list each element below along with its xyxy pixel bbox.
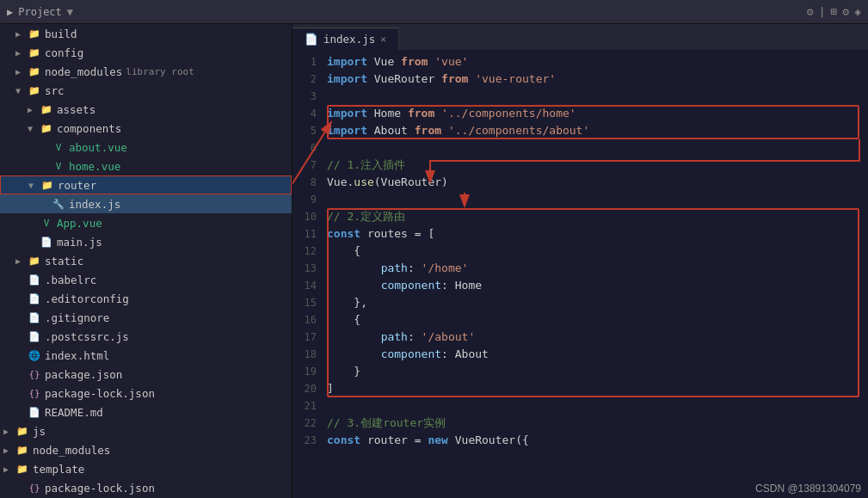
divider: |	[819, 5, 826, 18]
line-number-8: 8	[292, 174, 327, 191]
sidebar-item-static[interactable]: ▶📁static	[0, 251, 292, 270]
sidebar-item-main_js[interactable]: 📄main.js	[0, 232, 292, 251]
sidebar-item-package_json[interactable]: {}package.json	[0, 365, 292, 384]
tree-label-config: config	[45, 46, 83, 59]
tree-arrow-config: ▶	[15, 48, 28, 58]
generic-icon-readme: 📄	[28, 405, 41, 419]
sidebar-item-js[interactable]: ▶📁js	[0, 421, 292, 440]
vue-icon-home_vue: V	[52, 159, 65, 173]
tree-label-babelrc: .babelrc	[45, 274, 96, 286]
project-label: Project	[18, 6, 62, 18]
line-number-15: 15	[292, 294, 327, 311]
sidebar-item-config[interactable]: ▶📁config	[0, 43, 292, 62]
line-content-7: // 1.注入插件	[327, 157, 868, 174]
code-line-1: 1import Vue from 'vue'	[292, 53, 868, 71]
tree-arrow-assets: ▶	[28, 105, 40, 114]
sidebar-item-package_lock2[interactable]: {}package-lock.json	[0, 478, 292, 497]
tree-label-about_vue: about.vue	[69, 141, 127, 154]
sidebar-item-node_modules2[interactable]: ▶📁node_modules	[0, 440, 292, 459]
vue-icon-about_vue: V	[52, 140, 65, 154]
line-content-8: Vue.use(VueRouter)	[327, 174, 868, 191]
generic-icon-gitignore: 📄	[28, 310, 41, 324]
sidebar-item-postcssrc[interactable]: 📄.postcssrc.js	[0, 327, 292, 346]
code-line-7: 7// 1.注入插件	[292, 157, 868, 174]
sidebar-item-src[interactable]: ▼📁src	[0, 81, 292, 100]
code-line-14: 14 component: Home	[292, 277, 868, 294]
sidebar-item-babelrc[interactable]: 📄.babelrc	[0, 270, 292, 289]
code-area[interactable]: 1import Vue from 'vue'2import VueRouter …	[292, 50, 868, 498]
line-number-4: 4	[292, 105, 327, 122]
line-content-13: path: '/home'	[327, 260, 868, 277]
sidebar-item-home_vue[interactable]: Vhome.vue	[0, 157, 292, 175]
tree-arrow-js: ▶	[3, 427, 15, 436]
editor-tab-index-js[interactable]: 📄 index.js ✕	[292, 28, 399, 50]
line-number-9: 9	[292, 191, 327, 208]
code-line-15: 15 },	[292, 294, 868, 311]
tree-label-node_modules_root: node_modules	[45, 65, 122, 78]
tree-label-package_json: package.json	[45, 368, 122, 381]
main-layout: ▶📁build▶📁config▶📁node_moduleslibrary roo…	[0, 24, 868, 498]
folder-icon-components: 📁	[40, 121, 53, 135]
generic-icon-postcssrc: 📄	[28, 329, 41, 343]
code-line-13: 13 path: '/home'	[292, 260, 868, 277]
tree-label-router: router	[58, 179, 96, 192]
code-line-8: 8Vue.use(VueRouter)	[292, 174, 868, 191]
editor: 📄 index.js ✕ 1import Vue from 'vue'2impo…	[292, 24, 868, 498]
project-icon: ▶	[7, 6, 13, 18]
code-line-23: 23const router = new VueRouter({	[292, 432, 868, 449]
tree-label-postcssrc: .postcssrc.js	[45, 330, 129, 343]
sidebar-item-readme[interactable]: 📄README.md	[0, 403, 292, 421]
layout-icon[interactable]: ⊞	[831, 5, 838, 18]
tab-close-icon[interactable]: ✕	[380, 34, 386, 45]
tree-label-index_html: index.html	[45, 349, 109, 362]
line-content-20: ]	[327, 380, 868, 397]
line-content-4: import Home from '../components/home'	[327, 105, 868, 122]
sidebar-item-gitignore[interactable]: 📄.gitignore	[0, 308, 292, 327]
tree-label-template: template	[33, 463, 84, 476]
line-number-12: 12	[292, 243, 327, 260]
sidebar-item-template[interactable]: ▶📁template	[0, 459, 292, 478]
sidebar-item-index_js[interactable]: 🔧index.js	[0, 194, 292, 213]
tree-label-readme: README.md	[45, 406, 103, 419]
js-generic-icon-main_js: 📄	[40, 235, 53, 249]
js-icon-index_js: 🔧	[52, 197, 65, 211]
line-number-14: 14	[292, 277, 327, 294]
sidebar-item-components[interactable]: ▼📁components	[0, 119, 292, 138]
generic-icon-editorconfig: 📄	[28, 292, 41, 305]
tab-file-icon: 📄	[305, 33, 318, 46]
line-number-13: 13	[292, 260, 327, 277]
folder-icon-static: 📁	[28, 254, 41, 267]
sidebar-item-index_html[interactable]: 🌐index.html	[0, 346, 292, 365]
line-number-1: 1	[292, 53, 327, 71]
tree-arrow-components: ▼	[28, 124, 40, 133]
dropdown-icon: ▼	[67, 6, 73, 18]
gear2-icon[interactable]: ◈	[854, 5, 861, 18]
config-icon[interactable]: ⚙	[842, 5, 849, 18]
tree-badge-node_modules_root: library root	[126, 66, 194, 77]
sidebar-item-assets[interactable]: ▶📁assets	[0, 100, 292, 119]
line-content-2: import VueRouter from 'vue-router'	[327, 71, 868, 88]
tree-arrow-node_modules_root: ▶	[15, 67, 28, 77]
line-content-16: {	[327, 311, 868, 329]
line-content-10: // 2.定义路由	[327, 208, 868, 225]
sidebar-item-node_modules_root[interactable]: ▶📁node_moduleslibrary root	[0, 62, 292, 81]
sidebar-item-build[interactable]: ▶📁build	[0, 24, 292, 43]
sidebar-item-app_vue[interactable]: VApp.vue	[0, 213, 292, 232]
code-line-22: 22// 3.创建router实例	[292, 415, 868, 432]
title-bar: ▶ Project ▼ ⚙ | ⊞ ⚙ ◈	[0, 0, 868, 24]
sidebar-item-package_lock_json[interactable]: {}package-lock.json	[0, 384, 292, 403]
line-number-22: 22	[292, 415, 327, 432]
line-content-23: const router = new VueRouter({	[327, 432, 868, 449]
tree-label-js: js	[33, 425, 46, 438]
settings-icon[interactable]: ⚙	[807, 5, 814, 18]
sidebar-item-editorconfig[interactable]: 📄.editorconfig	[0, 289, 292, 308]
sidebar-item-router[interactable]: ▼📁router	[0, 175, 292, 194]
code-line-3: 3	[292, 88, 868, 105]
line-number-2: 2	[292, 71, 327, 88]
tree-label-components: components	[57, 122, 121, 135]
sidebar-item-about_vue[interactable]: Vabout.vue	[0, 138, 292, 157]
watermark: CSDN @13891304079	[755, 483, 861, 495]
line-number-17: 17	[292, 329, 327, 346]
line-content-5: import About from '../components/about'	[327, 122, 868, 139]
code-line-4: 4import Home from '../components/home'	[292, 105, 868, 122]
